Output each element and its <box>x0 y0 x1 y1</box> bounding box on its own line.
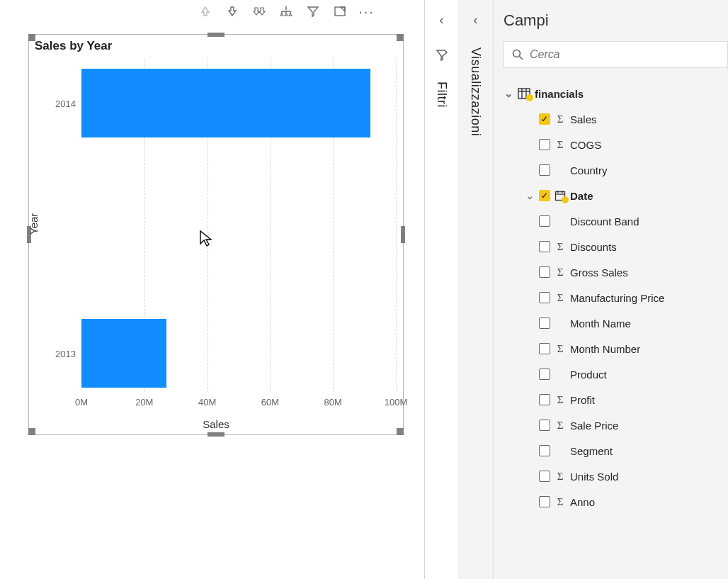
fields-pane: Campi ⌄ financials ✓ΣSalesΣCOGSCountry⌄✓… <box>493 0 728 579</box>
field-row[interactable]: ΣSale Price <box>504 412 724 438</box>
field-checkbox[interactable] <box>539 369 550 380</box>
visualizations-pane-collapsed[interactable]: ‹ Visualizzazioni <box>459 0 493 579</box>
y-axis-label: Year <box>28 213 40 235</box>
field-checkbox[interactable] <box>539 420 550 431</box>
report-canvas[interactable]: ··· Sales by Year 0M20M40M60M80M100M2014… <box>0 0 424 579</box>
collapse-chevron-icon[interactable]: ⌄ <box>504 87 513 100</box>
field-checkbox[interactable] <box>539 343 550 354</box>
field-checkbox[interactable] <box>539 292 550 303</box>
filters-pane-collapsed[interactable]: ‹ Filtri <box>425 0 459 579</box>
field-row[interactable]: ΣUnits Sold <box>504 463 724 489</box>
y-tick-label: 2014 <box>55 98 76 108</box>
resize-handle[interactable] <box>207 432 224 437</box>
sigma-icon: Σ <box>554 343 566 355</box>
sigma-icon: Σ <box>554 266 566 279</box>
field-row[interactable]: ΣManufacturing Price <box>504 285 724 310</box>
resize-handle[interactable] <box>401 226 405 243</box>
filter-icon <box>435 47 449 62</box>
field-row[interactable]: Month Name <box>504 310 724 336</box>
fields-pane-title: Campi <box>494 9 728 41</box>
drill-up-icon[interactable] <box>198 4 212 18</box>
more-options-icon[interactable]: ··· <box>360 4 374 18</box>
fields-tree: ⌄ financials ✓ΣSalesΣCOGSCountry⌄✓DateDi… <box>494 77 728 515</box>
field-checkbox[interactable] <box>539 471 550 482</box>
field-row[interactable]: Segment <box>504 438 724 463</box>
field-label: Units Sold <box>570 471 724 483</box>
sigma-icon: Σ <box>554 292 566 304</box>
x-tick-label: 80M <box>324 397 342 407</box>
field-checkbox[interactable] <box>539 445 550 456</box>
field-checkbox[interactable] <box>539 139 550 150</box>
field-row[interactable]: ✓ΣSales <box>504 106 724 132</box>
focus-mode-icon[interactable] <box>333 4 347 18</box>
field-row[interactable]: ΣGross Sales <box>504 259 724 285</box>
resize-handle[interactable] <box>397 34 404 41</box>
x-tick-label: 40M <box>198 397 216 407</box>
resize-handle[interactable] <box>28 428 35 435</box>
visual-header-toolbar: ··· <box>198 4 374 18</box>
field-row[interactable]: ΣMonth Number <box>504 336 724 361</box>
field-label: Country <box>570 164 724 176</box>
field-label: Month Name <box>570 317 724 330</box>
field-row[interactable]: Discount Band <box>504 208 724 234</box>
search-input[interactable] <box>530 48 720 61</box>
resize-handle[interactable] <box>397 428 404 435</box>
field-row[interactable]: ΣCOGS <box>504 132 724 157</box>
sigma-icon: Σ <box>554 113 566 125</box>
field-checkbox[interactable] <box>539 241 550 252</box>
fields-search-box[interactable] <box>504 41 728 68</box>
sigma-icon: Σ <box>554 139 566 151</box>
resize-handle[interactable] <box>207 33 224 37</box>
x-tick-label: 0M <box>75 397 88 407</box>
field-label: Profit <box>570 394 724 406</box>
field-row[interactable]: Country <box>504 157 724 183</box>
filter-icon[interactable] <box>306 4 320 18</box>
field-label: Month Number <box>570 343 724 355</box>
expand-chevron-icon[interactable]: ⌄ <box>525 189 535 202</box>
field-label: Gross Sales <box>570 266 724 279</box>
sigma-icon: Σ <box>554 420 566 432</box>
field-label: Date <box>570 190 724 202</box>
expand-filters-chevron-icon[interactable]: ‹ <box>440 13 444 28</box>
bar[interactable] <box>81 69 370 137</box>
sigma-icon: Σ <box>554 471 566 483</box>
field-checkbox[interactable] <box>539 496 550 507</box>
next-level-icon[interactable] <box>252 4 266 18</box>
field-checkbox[interactable]: ✓ <box>539 113 550 125</box>
chart-visual[interactable]: Sales by Year 0M20M40M60M80M100M20142013… <box>28 34 404 435</box>
svg-point-1 <box>513 50 521 57</box>
chart-title: Sales by Year <box>29 35 403 55</box>
bar[interactable] <box>81 319 166 388</box>
field-checkbox[interactable] <box>539 394 550 405</box>
expand-visualizations-chevron-icon[interactable]: ‹ <box>474 13 478 28</box>
x-axis-label: Sales <box>203 418 229 430</box>
field-label: Product <box>570 369 724 381</box>
field-checkbox[interactable] <box>539 164 550 176</box>
chart-plot-area: 0M20M40M60M80M100M20142013 <box>81 59 396 392</box>
expand-hierarchy-icon[interactable] <box>279 4 293 18</box>
field-checkbox[interactable]: ✓ <box>539 190 550 201</box>
calendar-icon <box>554 190 566 201</box>
resize-handle[interactable] <box>28 34 35 41</box>
field-label: Discounts <box>570 241 724 253</box>
x-tick-label: 20M <box>135 397 153 407</box>
search-icon <box>511 48 524 61</box>
field-label: COGS <box>570 139 724 151</box>
field-checkbox[interactable] <box>539 317 550 329</box>
field-row[interactable]: ΣDiscounts <box>504 234 724 259</box>
table-node[interactable]: ⌄ financials <box>504 81 724 106</box>
field-row[interactable]: ⌄✓Date <box>504 183 724 208</box>
x-tick-label: 60M <box>261 397 279 407</box>
gridline <box>396 59 397 392</box>
field-row[interactable]: ΣProfit <box>504 387 724 412</box>
sigma-icon: Σ <box>554 496 566 508</box>
field-row[interactable]: ΣAnno <box>504 489 724 515</box>
drill-down-icon[interactable] <box>225 4 239 18</box>
svg-rect-0 <box>335 7 345 16</box>
field-label: Segment <box>570 445 724 457</box>
field-checkbox[interactable] <box>539 215 550 227</box>
field-checkbox[interactable] <box>539 266 550 278</box>
field-row[interactable]: Product <box>504 361 724 387</box>
x-tick-label: 100M <box>385 397 408 407</box>
table-icon <box>518 88 530 99</box>
